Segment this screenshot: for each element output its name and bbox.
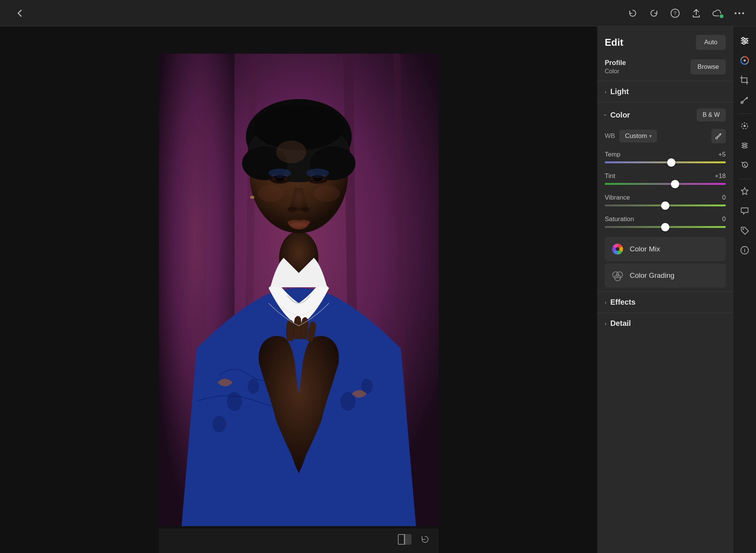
light-section-header[interactable]: › Light bbox=[597, 81, 733, 102]
svg-point-3 bbox=[739, 12, 740, 14]
more-options-icon[interactable] bbox=[734, 11, 745, 15]
profile-value: Color bbox=[605, 68, 626, 75]
color-section: › Color B & W WB Custom ▾ bbox=[597, 102, 733, 291]
share-icon[interactable] bbox=[691, 8, 702, 19]
svg-point-44 bbox=[716, 137, 718, 139]
light-chevron-icon: › bbox=[605, 89, 607, 95]
svg-point-55 bbox=[743, 42, 745, 44]
svg-point-57 bbox=[744, 59, 746, 62]
effects-section: › Effects bbox=[597, 291, 733, 313]
favorite-tool-icon[interactable] bbox=[736, 183, 753, 200]
tint-slider-track[interactable] bbox=[605, 183, 726, 185]
wb-dropdown-arrow-icon: ▾ bbox=[649, 133, 652, 139]
color-section-title: Color bbox=[610, 111, 697, 119]
mix-tool-icon[interactable] bbox=[736, 137, 753, 154]
cloud-badge bbox=[719, 14, 724, 19]
color-tool-icon[interactable] bbox=[736, 52, 753, 69]
cloud-sync-icon[interactable] bbox=[712, 8, 723, 18]
svg-point-35 bbox=[250, 196, 255, 199]
toolbar-divider bbox=[738, 113, 751, 114]
saturation-slider-thumb[interactable] bbox=[661, 223, 669, 231]
history-tool-icon[interactable] bbox=[736, 157, 753, 173]
image-area bbox=[0, 26, 597, 553]
svg-point-60 bbox=[744, 125, 746, 127]
svg-point-31 bbox=[301, 207, 310, 212]
edit-header: Edit Auto bbox=[597, 26, 733, 56]
saturation-slider-row: Saturation 0 bbox=[597, 213, 733, 235]
help-icon[interactable]: ? bbox=[670, 8, 680, 19]
vibrance-slider-track[interactable] bbox=[605, 204, 726, 206]
vibrance-slider-row: Vibrance 0 bbox=[597, 192, 733, 213]
undo-icon[interactable] bbox=[649, 8, 659, 19]
tint-value: +18 bbox=[715, 172, 726, 180]
color-grading-button[interactable]: Color Grading bbox=[605, 263, 726, 288]
compare-button[interactable] bbox=[398, 534, 411, 547]
saturation-value: 0 bbox=[722, 215, 726, 223]
heal-tool-icon[interactable] bbox=[736, 91, 753, 108]
effects-chevron-icon: › bbox=[605, 299, 607, 305]
profile-section: Profile Color Browse bbox=[597, 56, 733, 81]
svg-point-38 bbox=[213, 416, 226, 432]
temp-slider-track[interactable] bbox=[605, 161, 726, 163]
info-tool-icon[interactable]: i bbox=[736, 242, 753, 259]
vibrance-value: 0 bbox=[722, 194, 726, 201]
reset-button[interactable] bbox=[419, 533, 431, 548]
vibrance-slider-thumb[interactable] bbox=[661, 201, 669, 210]
svg-point-37 bbox=[248, 379, 259, 394]
saturation-label-row: Saturation 0 bbox=[605, 215, 726, 223]
wb-label: WB bbox=[605, 132, 615, 140]
toolbar-divider-2 bbox=[738, 179, 751, 179]
topbar-left bbox=[11, 5, 28, 22]
color-mix-button[interactable]: Color Mix bbox=[605, 237, 726, 261]
temp-slider-row: Temp +5 bbox=[597, 149, 733, 170]
tint-slider-thumb[interactable] bbox=[671, 180, 679, 188]
edit-title: Edit bbox=[605, 37, 623, 48]
far-right-toolbar: i bbox=[733, 26, 756, 553]
temp-value: +5 bbox=[719, 151, 726, 158]
tag-tool-icon[interactable] bbox=[736, 222, 753, 239]
tint-label: Tint bbox=[605, 172, 615, 180]
color-grading-label: Color Grading bbox=[630, 271, 674, 280]
svg-point-63 bbox=[742, 228, 744, 230]
select-tool-icon[interactable] bbox=[736, 118, 753, 134]
svg-point-53 bbox=[745, 40, 747, 42]
svg-point-51 bbox=[742, 37, 744, 40]
effects-section-header[interactable]: › Effects bbox=[597, 292, 733, 313]
svg-point-34 bbox=[314, 185, 340, 202]
bw-button[interactable]: B & W bbox=[697, 108, 726, 121]
eyedropper-button[interactable] bbox=[711, 129, 726, 143]
main: Edit Auto Profile Color Browse › Light › bbox=[0, 26, 756, 553]
vibrance-label: Vibrance bbox=[605, 194, 630, 201]
comment-tool-icon[interactable] bbox=[736, 203, 753, 219]
color-grading-icon bbox=[612, 270, 624, 282]
wb-dropdown-text: Custom bbox=[625, 132, 647, 140]
svg-point-32 bbox=[291, 223, 306, 227]
image-bottom-bar bbox=[159, 528, 439, 553]
temp-slider-thumb[interactable] bbox=[667, 158, 675, 167]
auto-button[interactable]: Auto bbox=[696, 35, 726, 50]
temp-label: Temp bbox=[605, 151, 621, 158]
detail-section-title: Detail bbox=[610, 319, 726, 328]
color-section-content: WB Custom ▾ bbox=[597, 127, 733, 291]
svg-rect-41 bbox=[398, 534, 404, 544]
light-section: › Light bbox=[597, 81, 733, 102]
tint-label-row: Tint +18 bbox=[605, 172, 726, 180]
back-button[interactable] bbox=[11, 5, 28, 22]
svg-point-30 bbox=[287, 207, 297, 212]
adjustments-tool-icon[interactable] bbox=[736, 33, 753, 49]
svg-point-2 bbox=[735, 12, 737, 14]
redo-icon[interactable] bbox=[627, 8, 638, 19]
saturation-slider-track[interactable] bbox=[605, 226, 726, 228]
light-section-title: Light bbox=[610, 87, 726, 96]
svg-text:?: ? bbox=[674, 10, 677, 16]
wb-dropdown[interactable]: Custom ▾ bbox=[619, 130, 657, 143]
svg-line-62 bbox=[745, 166, 746, 166]
vibrance-label-row: Vibrance 0 bbox=[605, 194, 726, 201]
color-section-header[interactable]: › Color B & W bbox=[597, 102, 733, 127]
detail-section-header[interactable]: › Detail bbox=[597, 313, 733, 334]
effects-section-title: Effects bbox=[610, 298, 726, 307]
browse-button[interactable]: Browse bbox=[691, 59, 726, 74]
topbar-icons: ? bbox=[627, 8, 745, 19]
crop-tool-icon[interactable] bbox=[736, 72, 753, 88]
svg-point-4 bbox=[742, 12, 744, 14]
